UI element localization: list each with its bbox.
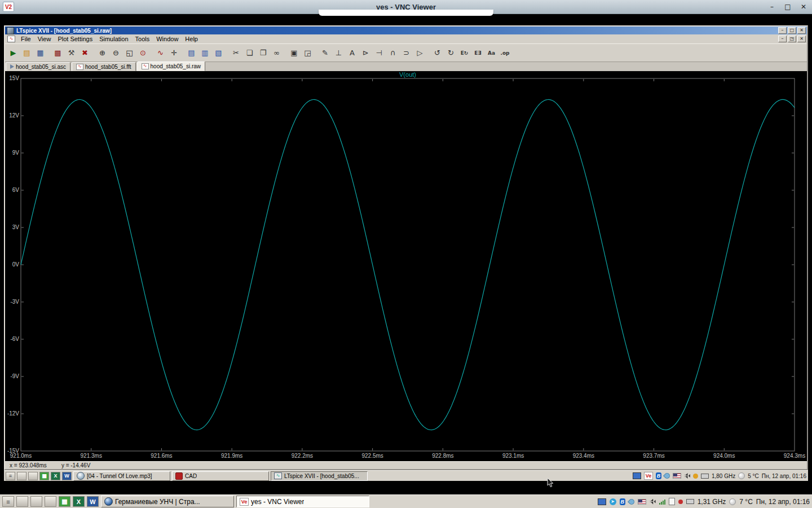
app-menu-icon[interactable]: ≡ bbox=[6, 472, 15, 480]
water-drop-icon[interactable] bbox=[663, 472, 671, 480]
menu-view[interactable]: View bbox=[34, 35, 55, 43]
record-dot-icon[interactable] bbox=[678, 500, 683, 504]
toolbar-save-button[interactable]: ▦ bbox=[34, 47, 47, 59]
toolbar-zoom-in-button[interactable]: ⊕ bbox=[96, 47, 109, 59]
toolbar-zoom-area-button[interactable]: ◱ bbox=[123, 47, 136, 59]
mdi-minimize-button[interactable]: – bbox=[778, 36, 787, 42]
menu-tools[interactable]: Tools bbox=[132, 35, 153, 43]
mdi-close-button[interactable]: ✕ bbox=[797, 36, 806, 42]
toolbar-label-net-button[interactable]: A bbox=[346, 47, 359, 59]
cpu-frequency: 1,80 GHz bbox=[712, 473, 735, 479]
menu-window[interactable]: Window bbox=[153, 35, 182, 43]
file-manager-icon[interactable] bbox=[28, 472, 38, 480]
host-keyboard-layout-flag-icon[interactable] bbox=[638, 499, 646, 505]
menu-plot-settings[interactable]: Plot Settings bbox=[54, 35, 96, 43]
ltspice-titlebar[interactable]: LTspice XVII - [hood_stab05_si.raw] – □ … bbox=[5, 27, 807, 34]
vnc-maximize-button[interactable]: □ bbox=[783, 2, 793, 12]
vnc-server-icon[interactable]: Ve bbox=[644, 472, 653, 480]
vnc-toolbar-tab[interactable] bbox=[319, 10, 493, 16]
plot-area[interactable]: V(out)15V12V9V6V3V0V-3V-6V-9V-12V-15V921… bbox=[5, 71, 807, 461]
notification-icon[interactable] bbox=[693, 474, 698, 479]
mdi-restore-button[interactable]: ◳ bbox=[788, 36, 796, 42]
toolbar-ground-button[interactable]: ⊥ bbox=[332, 47, 345, 59]
ltspice-close-button[interactable]: ✕ bbox=[797, 27, 806, 34]
excel-icon[interactable]: X bbox=[51, 472, 60, 480]
toolbar-print-preview-button[interactable]: ◲ bbox=[301, 47, 314, 59]
task-vnc-viewer[interactable]: Ve yes - VNC Viewer bbox=[236, 496, 369, 507]
host-grid-app-icon[interactable]: ▦ bbox=[59, 496, 70, 507]
task-audio-player[interactable]: [04 - Tunnel Of Love.mp3] bbox=[73, 471, 170, 481]
toolbar-stack-panes-button[interactable]: ▥ bbox=[198, 47, 211, 59]
toolbar-zoom-full-extents-button[interactable]: ⊙ bbox=[136, 47, 149, 59]
toolbar-schematic-capture-button[interactable]: ▩ bbox=[51, 47, 64, 59]
menu-simulation[interactable]: Simulation bbox=[96, 35, 131, 43]
host-excel-icon[interactable]: X bbox=[73, 496, 85, 507]
toolbar-inductor-button[interactable]: ∩ bbox=[386, 47, 399, 59]
signal-bars-icon[interactable] bbox=[659, 499, 665, 505]
volume-icon[interactable] bbox=[684, 473, 690, 479]
battery-icon[interactable] bbox=[701, 474, 709, 479]
toolbar-zoom-back-button[interactable]: ⊖ bbox=[109, 47, 122, 59]
host-windows-icon[interactable] bbox=[30, 496, 42, 507]
show-desktop-icon[interactable] bbox=[17, 472, 27, 480]
clock[interactable]: Пн, 12 апр, 01:16 bbox=[762, 473, 806, 479]
host-file-manager-icon[interactable] bbox=[45, 496, 56, 507]
tab-raw[interactable]: hood_stab05_si.raw bbox=[137, 62, 206, 71]
toolbar-undo-button[interactable]: ↺ bbox=[431, 47, 444, 59]
tab-fft[interactable]: hood_stab05_si.fft bbox=[72, 62, 136, 71]
toolbar-find-button[interactable]: ∞ bbox=[270, 47, 283, 59]
vnc-close-button[interactable]: ✕ bbox=[798, 2, 809, 12]
host-show-desktop-icon[interactable] bbox=[16, 496, 28, 507]
toolbar-spice-directive-button[interactable]: .op bbox=[498, 47, 511, 59]
toolbar-redo-button[interactable]: ↻ bbox=[444, 47, 457, 59]
vnc-minimize-button[interactable]: – bbox=[767, 2, 777, 12]
host-word-icon[interactable]: W bbox=[87, 496, 99, 507]
host-app-menu-icon[interactable]: ≡ bbox=[2, 496, 14, 507]
display-icon[interactable] bbox=[633, 472, 641, 479]
weather-icon[interactable] bbox=[738, 472, 745, 479]
task-ltspice[interactable]: LTspice XVII - [hood_stab05... bbox=[271, 471, 368, 481]
waveform-plot[interactable]: V(out)15V12V9V6V3V0V-3V-6V-9V-12V-15V921… bbox=[5, 71, 807, 461]
host-water-drop-icon[interactable] bbox=[628, 497, 636, 505]
toolbar-run-button[interactable]: ▶ bbox=[7, 47, 20, 59]
toolbar-autorange-y-button[interactable]: ∿ bbox=[154, 47, 167, 59]
menu-file[interactable]: File bbox=[17, 35, 34, 43]
toolbar-gate-button[interactable]: ⊃ bbox=[400, 47, 413, 59]
task-cad[interactable]: CAD bbox=[172, 471, 269, 481]
svg-text:922.2ms: 922.2ms bbox=[292, 453, 313, 459]
toolbar-cut-button[interactable]: ✂ bbox=[230, 47, 242, 59]
toolbar-rotate-button[interactable]: E↻ bbox=[458, 47, 471, 59]
toolbar-text-button[interactable]: Aa bbox=[485, 47, 498, 59]
host-clock[interactable]: Пн, 12 апр, 01:16 bbox=[756, 498, 810, 506]
clipboard-icon[interactable] bbox=[669, 498, 675, 505]
toolbar-wire-button[interactable]: ✎ bbox=[319, 47, 332, 59]
tab-schematic[interactable]: hood_stab05_si.asc bbox=[6, 62, 70, 71]
task-browser[interactable]: Германиевые УНЧ | Стра... bbox=[101, 496, 234, 507]
toolbar-halt-button[interactable]: ✖ bbox=[78, 47, 91, 59]
host-display-icon[interactable] bbox=[598, 498, 606, 505]
host-weather-icon[interactable] bbox=[729, 498, 736, 505]
toolbar-mirror-button[interactable]: EƎ bbox=[471, 47, 484, 59]
ltspice-maximize-button[interactable]: □ bbox=[788, 27, 796, 34]
toolbar-open-button[interactable]: ▤ bbox=[20, 47, 33, 59]
toolbar-unstack-panes-button[interactable]: ▧ bbox=[212, 47, 225, 59]
toolbar-copy-button[interactable]: ❏ bbox=[243, 47, 256, 59]
toolbar-control-panel-button[interactable]: ⚒ bbox=[65, 47, 78, 59]
bluetooth-icon[interactable]: B bbox=[656, 472, 661, 479]
toolbar-component-button[interactable]: ▷ bbox=[413, 47, 426, 59]
grid-app-icon[interactable]: ▦ bbox=[39, 472, 49, 480]
host-volume-icon[interactable] bbox=[650, 499, 656, 505]
menu-help[interactable]: Help bbox=[182, 35, 201, 43]
toolbar-paste-button[interactable]: ❐ bbox=[257, 47, 270, 59]
toolbar-add-plot-pane-button[interactable]: ▤ bbox=[185, 47, 198, 59]
host-bluetooth-icon[interactable]: B bbox=[620, 498, 625, 505]
host-battery-icon[interactable] bbox=[686, 499, 694, 504]
telegram-icon[interactable]: ➤ bbox=[610, 498, 616, 505]
ltspice-minimize-button[interactable]: – bbox=[778, 27, 787, 34]
toolbar-diode-button[interactable]: ⊳ bbox=[359, 47, 372, 59]
keyboard-layout-flag-icon[interactable] bbox=[673, 473, 681, 479]
word-icon[interactable]: W bbox=[62, 472, 72, 480]
toolbar-pan-button[interactable]: ✛ bbox=[167, 47, 180, 59]
toolbar-capacitor-button[interactable]: ⊣ bbox=[373, 47, 386, 59]
toolbar-print-button[interactable]: ▣ bbox=[288, 47, 301, 59]
